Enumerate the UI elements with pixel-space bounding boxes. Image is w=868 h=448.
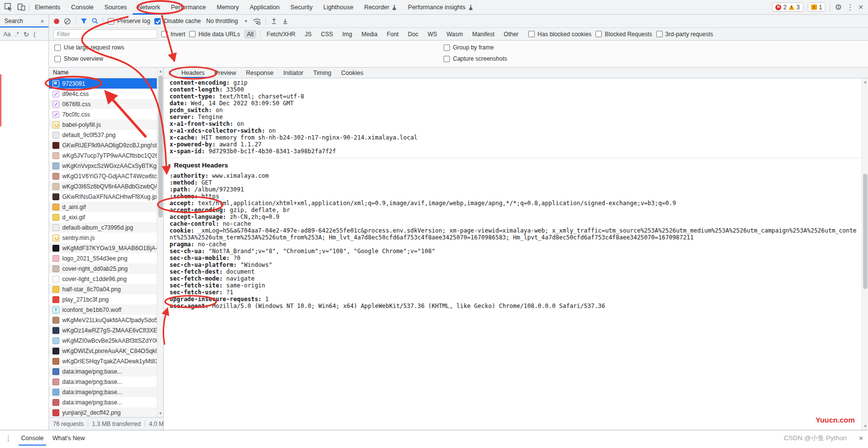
name-column-header[interactable]: Name xyxy=(49,68,163,78)
drawer-menu-icon[interactable]: ⋮ xyxy=(0,430,17,446)
type-filter-css[interactable]: CSS xyxy=(318,30,336,39)
request-row[interactable]: wKgMdF37KYGw19_MAAB6O1BjA-4. xyxy=(49,243,157,253)
request-row[interactable]: GKwRINsGaXFNAACHhwFf8Xug.jpg!s xyxy=(49,191,157,202)
drawer-tab-what-s-new[interactable]: What's New xyxy=(48,430,89,446)
request-row[interactable]: play_271bc3f.png xyxy=(49,294,157,305)
detail-tab-headers[interactable]: Headers xyxy=(176,68,209,78)
request-row[interactable]: 9723091 xyxy=(49,78,157,89)
request-row[interactable]: wKgKnVvpxcSzWGxzAACxSyBTKgs96 xyxy=(49,161,157,171)
scrollbar-thumb[interactable] xyxy=(158,75,163,217)
refresh-icon[interactable]: ↻ xyxy=(24,30,29,38)
group-by-frame-checkbox[interactable]: Group by frame xyxy=(444,44,507,51)
scroll-down-icon[interactable]: ▼ xyxy=(862,423,868,429)
type-filter-doc[interactable]: Doc xyxy=(405,30,421,39)
request-row[interactable]: wKgMZI0wBcvBe25kAABf3ttSZdY000 xyxy=(49,335,157,346)
tab-console[interactable]: Console xyxy=(66,0,99,15)
request-row[interactable]: cover-light_c1dde96.png xyxy=(49,274,157,284)
disable-cache-checkbox[interactable]: Disable cache xyxy=(154,18,200,24)
tab-elements[interactable]: Elements xyxy=(29,0,66,15)
request-row[interactable]: d9e4c.css xyxy=(49,89,157,99)
tab-memory[interactable]: Memory xyxy=(211,0,244,15)
type-filter-js[interactable]: JS xyxy=(302,30,315,39)
has-blocked-cookies-checkbox[interactable]: Has blocked cookies xyxy=(528,31,592,38)
match-case-icon[interactable]: Aa xyxy=(3,31,11,38)
request-row[interactable]: wKgO3I6Sz6bQV6r4AABdbGzwbQA9 xyxy=(49,181,157,191)
errors-warnings-badge[interactable]: ✕ 2 3 xyxy=(772,2,803,12)
import-har-icon[interactable] xyxy=(271,18,277,25)
network-conditions-icon[interactable] xyxy=(252,18,261,25)
record-network-log-button[interactable] xyxy=(54,19,59,24)
kebab-menu-icon[interactable]: ⋮ xyxy=(846,3,854,11)
device-toolbar-icon[interactable] xyxy=(17,3,25,11)
request-row[interactable]: sentry.min.js xyxy=(49,233,157,243)
search-network-icon[interactable] xyxy=(92,18,99,24)
request-row[interactable]: d_aini.gif xyxy=(49,202,157,212)
tab-network[interactable]: Network xyxy=(132,0,166,15)
tab-sources[interactable]: Sources xyxy=(99,0,132,15)
request-list-scrollbar[interactable]: ▲ ▼ xyxy=(157,68,163,417)
request-row[interactable]: data:image/png;base... xyxy=(49,387,157,397)
request-row[interactable]: data:image/png;base... xyxy=(49,377,157,387)
type-filter-media[interactable]: Media xyxy=(358,30,380,39)
request-row[interactable]: cover-right_dd0ab25.png xyxy=(49,263,157,274)
clear-network-log-icon[interactable] xyxy=(64,18,71,25)
scroll-up-icon[interactable]: ▲ xyxy=(862,79,868,85)
scrollbar-thumb[interactable] xyxy=(863,174,868,289)
settings-gear-icon[interactable]: ⚙ xyxy=(835,3,842,11)
issues-badge[interactable]: ! 1 xyxy=(808,2,826,12)
request-row[interactable]: GKwRIJEFfkl9AAOligD9zcBJ.png!strip xyxy=(49,140,157,150)
blocked-requests-checkbox[interactable]: Blocked Requests xyxy=(595,31,652,38)
request-row[interactable]: wKgOz14wRZ7gS-ZMAAE6vCfI3XE34 xyxy=(49,325,157,335)
detail-tab-preview[interactable]: Preview xyxy=(209,68,241,78)
third-party-requests-checkbox[interactable]: 3rd-party requests xyxy=(656,31,713,38)
drawer-close-icon[interactable]: × xyxy=(854,430,868,446)
filter-input[interactable] xyxy=(53,29,157,39)
request-row[interactable]: Ticonfont_be1bb70.woff xyxy=(49,305,157,315)
search-pane-close-icon[interactable]: × xyxy=(40,18,44,25)
type-filter-ws[interactable]: WS xyxy=(425,30,440,39)
preserve-log-checkbox[interactable]: Preserve log xyxy=(108,18,150,24)
tab-security[interactable]: Security xyxy=(285,0,318,15)
scroll-down-icon[interactable]: ▼ xyxy=(157,410,163,417)
hide-data-urls-checkbox[interactable]: Hide data URLs xyxy=(189,31,240,38)
use-large-request-rows-checkbox[interactable]: Use large request rows xyxy=(54,44,124,51)
tab-recorder[interactable]: Recorder xyxy=(359,0,402,15)
filter-funnel-icon[interactable] xyxy=(80,18,87,24)
request-row[interactable]: default_9c0f537.png xyxy=(49,130,157,140)
close-detail-icon[interactable]: × xyxy=(164,68,176,78)
throttling-dropdown[interactable]: No throttling ▾ xyxy=(205,18,248,24)
type-filter-fetch-xhr[interactable]: Fetch/XHR xyxy=(264,30,298,39)
type-filter-other[interactable]: Other xyxy=(501,30,521,39)
export-har-icon[interactable] xyxy=(282,18,289,25)
tab-performance[interactable]: Performance xyxy=(166,0,212,15)
request-headers-section-header[interactable]: ▼ Request Headers xyxy=(164,158,862,172)
type-filter-wasm[interactable]: Wasm xyxy=(444,30,466,39)
request-row[interactable]: 0676f8.css xyxy=(49,99,157,109)
drawer-tab-console[interactable]: Console xyxy=(17,430,48,446)
detail-tab-initiator[interactable]: Initiator xyxy=(278,68,308,78)
detail-tab-response[interactable]: Response xyxy=(241,68,278,78)
scroll-up-icon[interactable]: ▲ xyxy=(157,68,163,74)
request-row[interactable]: babel-polyfill.js xyxy=(49,119,157,130)
type-filter-img[interactable]: Img xyxy=(339,30,355,39)
invert-checkbox[interactable]: Invert xyxy=(161,31,185,38)
type-filter-font[interactable]: Font xyxy=(384,30,401,39)
tab-lighthouse[interactable]: Lighthouse xyxy=(318,0,359,15)
request-row[interactable]: logo_2021_554d3ee.png xyxy=(49,253,157,263)
request-row[interactable]: default-album_c73995d.jpg xyxy=(49,222,157,233)
request-row[interactable]: wKgO1V6YiG7Q-GdjAACT4Wcw6tc1. xyxy=(49,171,157,181)
request-row[interactable]: yunjianji2_decff42.png xyxy=(49,407,157,417)
request-row[interactable]: wKgDrIESHqyTqakZAADewk1yMt836 xyxy=(49,356,157,366)
type-filter-manifest[interactable]: Manifest xyxy=(469,30,497,39)
request-row[interactable]: half-star_8c70a04.png xyxy=(49,284,157,294)
close-devtools-icon[interactable]: × xyxy=(859,3,863,11)
detail-tab-cookies[interactable]: Cookies xyxy=(336,68,368,78)
request-row[interactable]: data:image/png;base... xyxy=(49,366,157,377)
type-filter-all[interactable]: All xyxy=(244,30,256,39)
capture-screenshots-checkbox[interactable]: Capture screenshots xyxy=(444,55,507,62)
request-row[interactable]: 7bc0fc.css xyxy=(49,109,157,119)
request-row[interactable]: data:image/png;base... xyxy=(49,397,157,407)
detail-tab-timing[interactable]: Timing xyxy=(308,68,336,78)
tab-performance-insights[interactable]: Performance insights xyxy=(402,0,478,15)
request-row[interactable]: wKg5JV7ucp7yTP9wAACfttsbc1Q269 xyxy=(49,150,157,161)
